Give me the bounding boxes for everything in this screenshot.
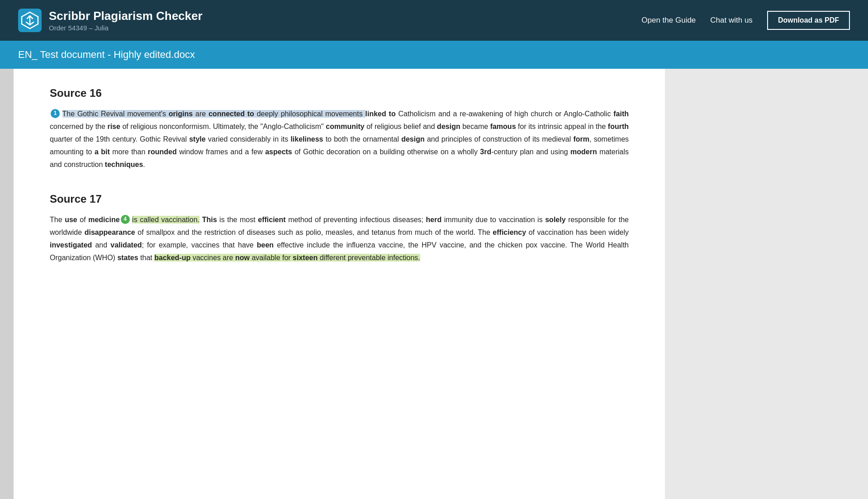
doc-title-bar: EN_ Test document - Highly edited.docx [0,41,868,69]
text-segment: techniques [105,161,143,168]
left-sidebar [0,69,14,499]
text-segment: connected to [209,110,254,118]
header: Scribbr Plagiarism Checker Order 54349 –… [0,0,868,41]
text-segment: form [573,135,589,143]
text-segment: a bit [95,148,110,156]
doc-title: EN_ Test document - Highly edited.docx [18,49,850,61]
text-segment: now [235,254,250,261]
text-segment: The Gothic Revival movement's [62,110,169,118]
text-segment: famous [490,123,516,130]
text-segment: use [65,216,77,223]
text-segment: are [193,110,209,118]
text-segment: been [257,241,274,249]
source-16-paragraph: 1 The Gothic Revival movement's origins … [50,108,629,171]
text-segment: rise [107,123,120,130]
text-segment: solely [545,216,565,223]
text-segment: sixteen [293,254,318,261]
text-segment: deeply philosophical movements [254,110,365,118]
text-segment: design [437,123,460,130]
right-sidebar [665,69,855,499]
text-segment: fourth [608,123,629,130]
text-segment: design [401,135,425,143]
text-segment: rounded [148,148,177,156]
text-segment: efficiency [493,228,526,236]
text-segment: aspects [265,148,292,156]
source-16-title: Source 16 [50,87,629,100]
text-segment: disappearance [85,228,135,236]
source-16-section: Source 16 1 The Gothic Revival movement'… [50,87,629,171]
text-segment: faith [613,110,629,118]
source-17-paragraph: The use of medicine4 is called vaccinati… [50,214,629,264]
text-segment: herd [426,216,442,223]
main-content: Source 16 1 The Gothic Revival movement'… [0,69,868,499]
header-subtitle: Order 54349 – Julia [49,24,203,32]
header-right: Open the Guide Chat with us Download as … [641,11,850,30]
source-17-section: Source 17 The use of medicine4 is called… [50,193,629,264]
header-left: Scribbr Plagiarism Checker Order 54349 –… [18,9,203,32]
source-17-title: Source 17 [50,193,629,205]
text-segment: efficient [258,216,285,223]
text-segment: is called vaccination. [132,216,199,223]
text-segment: origins [169,110,193,118]
text-segment: different preventable infections. [318,254,420,261]
text-segment: backed-up [154,254,190,261]
text-segment: community [326,123,364,130]
text-segment: vaccines are [190,254,235,261]
header-title: Scribbr Plagiarism Checker [49,9,203,23]
open-guide-link[interactable]: Open the Guide [641,16,696,25]
document-area: Source 16 1 The Gothic Revival movement'… [14,69,665,499]
text-segment: available for [250,254,293,261]
chat-with-us-link[interactable]: Chat with us [710,16,753,25]
text-segment: 3rd [480,148,491,156]
download-pdf-button[interactable]: Download as PDF [767,11,850,30]
badge-4: 4 [121,215,130,224]
badge-1: 1 [51,109,60,118]
text-segment: This [202,216,217,223]
scribbr-logo-icon [18,9,42,32]
header-title-block: Scribbr Plagiarism Checker Order 54349 –… [49,9,203,32]
text-segment: validated [110,241,142,249]
text-segment: likeliness [290,135,323,143]
text-segment: modern [570,148,597,156]
text-segment: investigated [50,241,92,249]
text-segment: medicine [88,216,119,223]
text-segment: states [117,254,138,261]
text-segment: linked to [365,110,396,118]
text-segment: style [189,135,205,143]
